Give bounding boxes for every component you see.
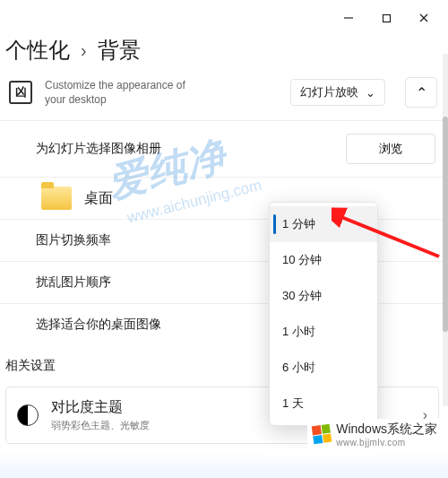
fit-row[interactable]: 选择适合你的桌面图像 [0, 304, 448, 345]
chevron-right-icon: › [81, 40, 87, 61]
breadcrumb-parent[interactable]: 个性化 [5, 36, 70, 65]
source-badge: Windows系统之家 www.bjjmlv.com [307, 419, 443, 449]
frequency-dropdown-menu: 1 分钟 10 分钟 30 分钟 1 小时 6 小时 1 天 [269, 202, 378, 426]
window-titlebar [0, 0, 448, 36]
chevron-up-icon: ⌃ [416, 84, 427, 101]
dropdown-item-1min[interactable]: 1 分钟 [270, 206, 377, 242]
dropdown-value: 幻灯片放映 [300, 84, 358, 100]
svg-rect-1 [383, 14, 390, 22]
dropdown-item-1d[interactable]: 1 天 [270, 386, 377, 422]
contrast-title: 对比度主题 [51, 398, 150, 417]
maximize-button[interactable] [367, 4, 405, 32]
album-row: 为幻灯片选择图像相册 浏览 [0, 121, 448, 178]
selected-folder-row[interactable]: 桌面 [0, 178, 448, 220]
close-button[interactable] [405, 4, 443, 32]
contrast-text: 对比度主题 弱势彩色主题、光敏度 [51, 398, 150, 432]
background-setting-row: 凶 Customize the appearance of your deskt… [0, 74, 448, 120]
dropdown-item-10min[interactable]: 10 分钟 [270, 242, 377, 278]
shuffle-row[interactable]: 扰乱图片顺序 [0, 262, 448, 304]
background-description: Customize the appearance of your desktop [45, 78, 210, 107]
folder-label: 桌面 [84, 189, 113, 208]
contrast-icon [17, 404, 39, 426]
breadcrumb-current: 背景 [98, 36, 141, 65]
contrast-subtitle: 弱势彩色主题、光敏度 [51, 419, 150, 432]
personalize-icon: 凶 [9, 81, 32, 104]
dropdown-item-6h[interactable]: 6 小时 [270, 350, 377, 386]
dropdown-item-1h[interactable]: 1 小时 [270, 314, 377, 350]
windows-logo-icon [312, 424, 332, 445]
related-settings-heading: 相关设置 [0, 345, 448, 379]
chevron-down-icon: ⌄ [366, 86, 375, 100]
dropdown-item-30min[interactable]: 30 分钟 [270, 278, 377, 314]
bottom-decoration [0, 451, 448, 478]
album-label: 为幻灯片选择图像相册 [36, 141, 346, 157]
scrollbar-thumb[interactable] [443, 117, 448, 332]
frequency-row[interactable]: 图片切换频率 [0, 220, 448, 262]
settings-window: { "titlebar": {"min":"—","max":"❐","clos… [0, 0, 448, 478]
badge-brand: Windows [336, 422, 387, 436]
browse-button[interactable]: 浏览 [346, 134, 435, 164]
folder-icon [41, 187, 72, 210]
badge-url: www.bjjmlv.com [336, 438, 437, 448]
badge-tag: 系统之家 [387, 422, 437, 436]
breadcrumb: 个性化 › 背景 [0, 36, 448, 74]
minimize-button[interactable] [330, 4, 367, 32]
collapse-button[interactable]: ⌃ [405, 77, 437, 108]
background-type-dropdown[interactable]: 幻灯片放映 ⌄ [290, 79, 385, 106]
